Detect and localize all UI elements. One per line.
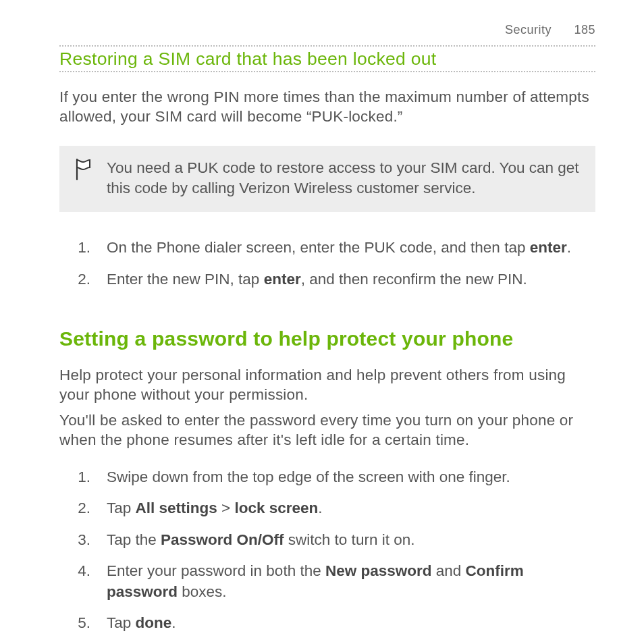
page-header: Security 185	[59, 23, 595, 37]
text-run: switch to turn it on.	[284, 531, 415, 548]
text-run: Enter the new PIN, tap	[107, 271, 264, 288]
step-item: 1. Swipe down from the top edge of the s…	[73, 467, 595, 487]
flag-icon	[74, 158, 92, 181]
step-number: 1.	[73, 238, 90, 258]
step-number: 2.	[73, 498, 90, 518]
section2-para2: You'll be asked to enter the password ev…	[59, 410, 595, 450]
text-run: Tap	[107, 500, 136, 516]
text-run: and	[431, 562, 465, 579]
step-number: 3.	[73, 530, 90, 550]
step-number: 2.	[73, 269, 90, 290]
keyword-done: done	[136, 614, 172, 631]
step-text: On the Phone dialer screen, enter the PU…	[107, 238, 595, 258]
keyword-password-onoff: Password On/Off	[161, 531, 284, 548]
step-text: Enter the new PIN, tap enter, and then r…	[107, 269, 595, 290]
section2-steps-list: 1. Swipe down from the top edge of the s…	[59, 467, 595, 633]
step-text: Tap the Password On/Off switch to turn i…	[107, 530, 595, 550]
section2-heading: Setting a password to help protect your …	[59, 327, 595, 350]
step-text: Swipe down from the top edge of the scre…	[107, 467, 595, 487]
step-item: 3. Tap the Password On/Off switch to tur…	[73, 530, 595, 550]
text-run: Enter your password in both the	[107, 562, 325, 579]
text-run: boxes.	[178, 583, 227, 600]
text-run: , and then reconfirm the new PIN.	[301, 271, 527, 288]
text-run: Tap	[107, 614, 136, 631]
keyword-lock-screen: lock screen	[234, 500, 318, 516]
section1-steps-list: 1. On the Phone dialer screen, enter the…	[59, 238, 595, 290]
text-run: .	[567, 239, 571, 256]
section1-heading: Restoring a SIM card that has been locke…	[59, 47, 595, 71]
text-run: Tap the	[107, 531, 161, 548]
step-item: 4. Enter your password in both the New p…	[73, 561, 595, 602]
step-text: Enter your password in both the New pass…	[107, 561, 595, 602]
keyword-new-password: New password	[325, 562, 432, 579]
note-box: You need a PUK code to restore access to…	[59, 146, 595, 213]
header-page-number: 185	[574, 23, 595, 36]
text-run: >	[217, 500, 235, 516]
keyword-enter: enter	[530, 239, 567, 256]
step-item: 2. Tap All settings > lock screen.	[73, 498, 595, 518]
section2-para1: Help protect your personal information a…	[59, 365, 595, 405]
text-run: On the Phone dialer screen, enter the PU…	[107, 239, 530, 256]
step-number: 5.	[73, 613, 90, 633]
note-text: You need a PUK code to restore access to…	[107, 158, 581, 199]
step-text: Tap done.	[107, 613, 595, 633]
text-run: .	[171, 614, 176, 631]
step-item: 1. On the Phone dialer screen, enter the…	[73, 238, 595, 258]
section1-intro: If you enter the wrong PIN more times th…	[59, 87, 595, 127]
keyword-all-settings: All settings	[136, 500, 217, 516]
step-item: 5. Tap done.	[73, 613, 595, 633]
document-page: Security 185 Restoring a SIM card that h…	[0, 0, 644, 644]
text-run: .	[318, 500, 322, 516]
keyword-enter: enter	[264, 271, 301, 288]
step-text: Tap All settings > lock screen.	[107, 498, 595, 518]
step-number: 4.	[73, 561, 90, 602]
divider-under-heading	[59, 71, 595, 72]
step-number: 1.	[73, 467, 90, 487]
step-item: 2. Enter the new PIN, tap enter, and the…	[73, 269, 595, 290]
header-section-label: Security	[505, 23, 552, 36]
